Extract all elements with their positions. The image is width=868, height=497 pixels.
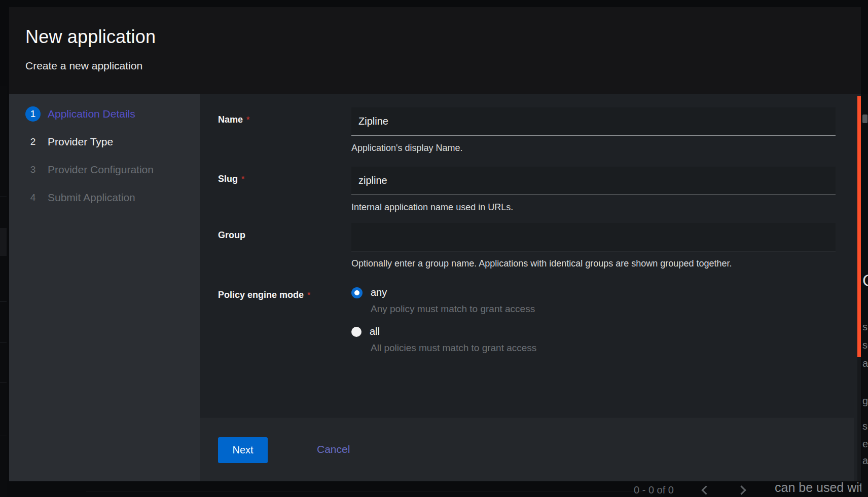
wizard-step-application-details[interactable]: 1 Application Details bbox=[25, 106, 200, 122]
table-row-divider bbox=[0, 301, 7, 302]
wizard-step-provider-type[interactable]: 2 Provider Type bbox=[25, 134, 200, 149]
wizard-step-provider-configuration: 3 Provider Configuration bbox=[25, 162, 200, 177]
modal-body: 1 Application Details 2 Provider Type 3 … bbox=[9, 94, 861, 481]
table-row-divider bbox=[0, 383, 7, 383]
background-text-fragments: O s se a gs s e at e ex ed bbox=[861, 94, 868, 497]
clipped-text-fragment: s bbox=[862, 321, 868, 333]
group-input[interactable] bbox=[351, 223, 836, 251]
slug-input[interactable] bbox=[351, 167, 836, 195]
clipped-text-fragment: a bbox=[862, 358, 868, 369]
wizard-step-submit-application: 4 Submit Application bbox=[25, 190, 200, 205]
application-details-form: Name* Application's display Name. Slug* … bbox=[200, 94, 854, 417]
modal-header: New application Create a new application bbox=[9, 7, 861, 94]
clipped-text-fragment: gs bbox=[862, 395, 868, 407]
cancel-link[interactable]: Cancel bbox=[317, 443, 350, 455]
step-number-badge: 1 bbox=[25, 106, 41, 122]
clipped-text-fragment: s bbox=[862, 420, 868, 432]
step-number: 2 bbox=[25, 134, 41, 149]
radio-all[interactable] bbox=[351, 327, 361, 337]
pagination-range: 0 - 0 of 0 bbox=[634, 484, 674, 496]
slug-help-text: Internal application name used in URLs. bbox=[351, 202, 513, 213]
table-row-divider bbox=[0, 197, 7, 197]
background-help-text: can be used with bbox=[775, 480, 868, 495]
modal-title: New application bbox=[25, 26, 845, 48]
name-input[interactable] bbox=[351, 107, 836, 136]
wizard-footer: Next Cancel bbox=[200, 417, 854, 481]
name-help-text: Application's display Name. bbox=[351, 143, 463, 154]
new-application-modal: New application Create a new application… bbox=[9, 7, 861, 481]
policy-engine-mode-label: Policy engine mode* bbox=[218, 290, 340, 300]
table-row-divider bbox=[0, 436, 7, 436]
clipped-text-fragment: at bbox=[862, 455, 868, 467]
name-label: Name* bbox=[218, 114, 340, 125]
required-asterisk: * bbox=[241, 175, 244, 183]
group-label: Group bbox=[218, 230, 340, 241]
clipped-text-fragment: O bbox=[862, 271, 868, 290]
clipped-text-fragment: e bbox=[862, 438, 868, 450]
chevron-left-icon[interactable] bbox=[698, 483, 711, 496]
next-button[interactable]: Next bbox=[218, 437, 268, 463]
radio-option-any: any bbox=[351, 287, 536, 298]
clipped-icon bbox=[862, 114, 867, 123]
table-row-divider bbox=[0, 342, 7, 342]
scrollbar-thumb[interactable] bbox=[857, 96, 861, 357]
pagination: 0 - 0 of 0 bbox=[634, 483, 749, 497]
required-asterisk: * bbox=[246, 116, 249, 124]
radio-all-description: All policies must match to grant access bbox=[371, 342, 536, 354]
table-row-highlight bbox=[0, 228, 7, 256]
background-table-sliver bbox=[0, 86, 7, 497]
page-background: 0 - 0 of 0 can be used with O s se a gs … bbox=[0, 0, 868, 497]
step-number: 3 bbox=[25, 162, 41, 177]
wizard-steps-nav: 1 Application Details 2 Provider Type 3 … bbox=[9, 94, 200, 481]
background-divider bbox=[86, 491, 644, 491]
required-asterisk: * bbox=[307, 291, 310, 299]
slug-label: Slug* bbox=[218, 174, 340, 184]
radio-any[interactable] bbox=[351, 287, 363, 298]
chevron-right-icon[interactable] bbox=[736, 483, 749, 496]
policy-engine-mode-radio-group: any Any policy must match to grant acces… bbox=[351, 287, 536, 365]
radio-any-description: Any policy must match to grant access bbox=[371, 303, 536, 315]
wizard-main-panel: Name* Application's display Name. Slug* … bbox=[200, 94, 854, 481]
scrollbar-track[interactable] bbox=[857, 96, 861, 481]
modal-subtitle: Create a new application bbox=[25, 60, 845, 72]
clipped-text-fragment: se bbox=[862, 339, 868, 351]
radio-option-all: all bbox=[351, 326, 536, 337]
group-help-text: Optionally enter a group name. Applicati… bbox=[351, 258, 732, 269]
step-number: 4 bbox=[25, 190, 41, 205]
